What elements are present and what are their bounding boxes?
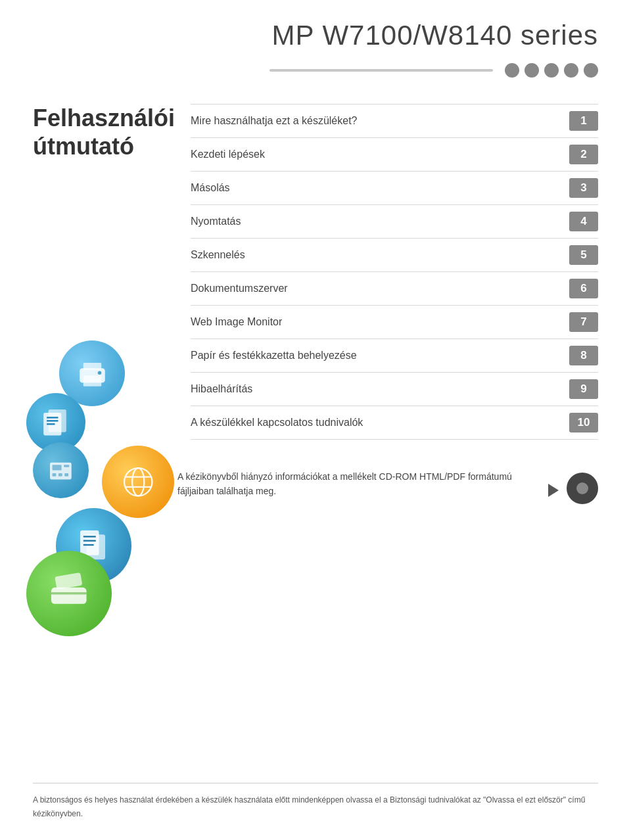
toc-item[interactable]: Papír és festékkazetta behelyezése8 (191, 339, 598, 373)
fax-icon (33, 442, 89, 498)
toc-section: Mire használhatja ezt a készüléket?1Kezd… (191, 104, 598, 440)
progress-dot-5 (584, 63, 598, 78)
toc-item[interactable]: A készülékkel kapcsolatos tudnivalók10 (191, 406, 598, 440)
footer-text: A biztonságos és helyes használat érdeké… (33, 783, 598, 820)
svg-rect-2 (83, 363, 101, 370)
toc-item[interactable]: Web Image Monitor7 (191, 306, 598, 339)
progress-dot-1 (505, 63, 519, 78)
toc-item-label: Szkennelés (191, 249, 569, 261)
toc-item-label: Mire használhatja ezt a készüléket? (191, 115, 569, 127)
header: MP W7100/W8140 series (0, 0, 631, 51)
toc-item-number: 4 (569, 212, 598, 231)
svg-point-3 (97, 371, 101, 375)
arrow-icon (548, 484, 559, 497)
svg-rect-11 (64, 465, 69, 467)
toc-item[interactable]: Kezdeti lépések2 (191, 138, 598, 172)
svg-rect-13 (58, 473, 62, 477)
svg-rect-14 (64, 473, 68, 477)
toc-item-label: Nyomtatás (191, 216, 569, 227)
progress-dot-4 (564, 63, 578, 78)
svg-point-15 (124, 468, 152, 496)
progress-line (269, 69, 493, 72)
globe-icon (102, 446, 174, 518)
icons-area (20, 340, 230, 643)
svg-rect-1 (83, 375, 101, 386)
toc-item-number: 7 (569, 312, 598, 332)
toc-item-label: Dokumentumszerver (191, 283, 569, 294)
toc-item-number: 5 (569, 245, 598, 265)
toc-item[interactable]: Mire használhatja ezt a készüléket?1 (191, 104, 598, 138)
cd-inner (576, 482, 588, 494)
cdrom-icons (548, 473, 598, 504)
svg-rect-10 (53, 465, 62, 470)
toc-item-label: Papír és festékkazetta behelyezése (191, 350, 569, 362)
progress-dot-3 (544, 63, 559, 78)
toc-item-label: Hibaelhárítás (191, 383, 569, 395)
svg-rect-25 (55, 572, 83, 590)
toc-item-number: 2 (569, 145, 598, 164)
product-title: MP W7100/W8140 series (272, 20, 598, 51)
progress-dot-2 (525, 63, 539, 78)
toc-item-label: Másolás (191, 182, 569, 194)
toc-item[interactable]: Másolás3 (191, 172, 598, 205)
toc-item[interactable]: Hibaelhárítás9 (191, 373, 598, 406)
progress-bar-area (0, 51, 631, 78)
toc-item-label: Web Image Monitor (191, 316, 569, 328)
toc-item-number: 6 (569, 279, 598, 298)
svg-rect-12 (53, 473, 57, 477)
user-guide-title: Felhasználói útmutató (33, 104, 177, 160)
svg-point-16 (132, 468, 144, 496)
toc-item[interactable]: Nyomtatás4 (191, 205, 598, 239)
scanner-icon (26, 551, 112, 636)
toc-item[interactable]: Szkennelés5 (191, 239, 598, 272)
toc-item-number: 3 (569, 178, 598, 198)
toc-item[interactable]: Dokumentumszerver6 (191, 272, 598, 306)
toc-item-number: 8 (569, 346, 598, 365)
toc-item-number: 1 (569, 111, 598, 131)
cd-icon (567, 473, 598, 504)
cdrom-text: A kézikönyvből hiányzó információkat a m… (177, 469, 538, 499)
toc-item-label: Kezdeti lépések (191, 149, 569, 160)
toc-item-number: 10 (569, 413, 598, 432)
svg-rect-24 (51, 588, 87, 604)
toc-item-label: A készülékkel kapcsolatos tudnivalók (191, 417, 569, 429)
toc-item-number: 9 (569, 379, 598, 399)
cdrom-section: A kézikönyvből hiányzó információkat a m… (177, 453, 631, 504)
